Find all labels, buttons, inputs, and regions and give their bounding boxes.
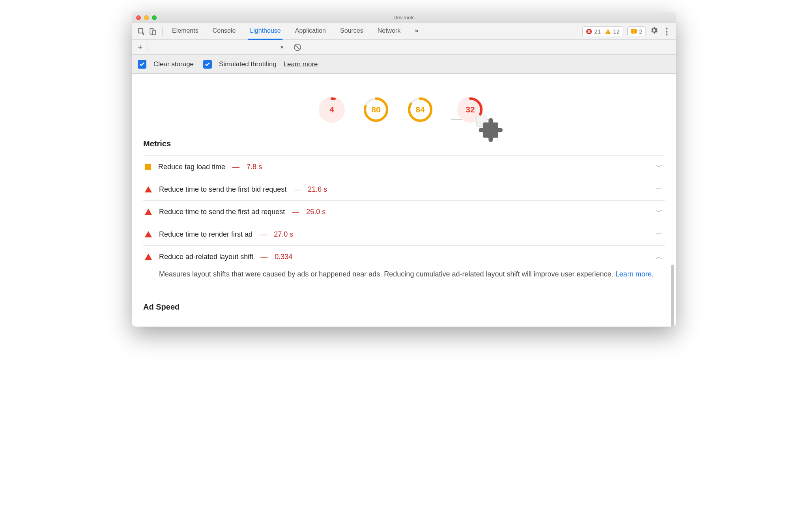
audit-item: Reduce ad-related layout shift — 0.334 ︿…: [143, 246, 665, 289]
average-icon: [145, 164, 151, 170]
dash: —: [232, 163, 239, 171]
audit-value: 21.6 s: [308, 185, 327, 194]
lighthouse-toolbar: + ▼: [132, 40, 676, 55]
chevron-down-icon[interactable]: ﹀: [655, 230, 662, 239]
titlebar: DevTools: [132, 12, 676, 23]
error-count: 21: [594, 28, 601, 35]
audit-title: Reduce ad-related layout shift: [159, 253, 253, 261]
panel-tabs: Elements Console Lighthouse Application …: [170, 23, 420, 40]
audit-title: Reduce tag load time: [158, 163, 225, 171]
audit-value: 27.0 s: [274, 230, 293, 239]
audit-title: Reduce time to render first ad: [159, 230, 252, 239]
more-icon[interactable]: ⋮: [662, 26, 671, 37]
audit-item: Reduce time to render first ad — 27.0 s …: [143, 223, 665, 246]
tab-console[interactable]: Console: [211, 23, 238, 40]
check-icon: [139, 61, 145, 67]
audit-value: 0.334: [275, 253, 292, 261]
lighthouse-report: 4 80 84 32 Metrics Reduce ta: [132, 74, 676, 327]
svg-rect-3: [608, 30, 608, 32]
svg-line-9: [295, 45, 299, 49]
audit-item: Reduce time to send the first ad request…: [143, 201, 665, 223]
dash: —: [292, 208, 299, 216]
issue-icon: [631, 28, 637, 35]
ad-speed-heading: Ad Speed: [132, 289, 676, 319]
main-toolbar: Elements Console Lighthouse Application …: [132, 23, 676, 40]
audit-description: Measures layout shifts that were caused …: [145, 261, 662, 282]
score-gauge-3[interactable]: 32: [457, 97, 483, 123]
audit-value: 26.0 s: [306, 208, 325, 216]
score-gauges: 4 80 84 32: [132, 85, 676, 137]
toolbar-right: 21 12 2 ⋮: [582, 26, 671, 37]
audit-row[interactable]: Reduce time to render first ad — 27.0 s …: [145, 230, 662, 239]
new-report-icon[interactable]: +: [138, 42, 143, 52]
audit-title: Reduce time to send the first ad request: [159, 208, 285, 216]
report-dropdown-icon[interactable]: ▼: [280, 45, 284, 50]
fail-icon: [145, 186, 152, 192]
fail-icon: [145, 254, 152, 260]
dash: —: [260, 230, 267, 239]
window-title: DevTools: [132, 15, 676, 21]
audit-row[interactable]: Reduce time to send the first bid reques…: [145, 185, 662, 194]
warning-count: 12: [613, 28, 620, 35]
simulated-throttling-label: Simulated throttling: [219, 60, 277, 68]
fail-icon: [145, 209, 152, 215]
audit-item: Reduce time to send the first bid reques…: [143, 178, 665, 201]
chevron-up-icon[interactable]: ︿: [655, 252, 662, 261]
divider: [162, 27, 163, 36]
svg-rect-1: [153, 30, 156, 35]
learn-more-link[interactable]: Learn more: [615, 270, 652, 278]
score-gauge-2[interactable]: 84: [407, 97, 433, 123]
svg-rect-6: [634, 30, 634, 32]
check-icon: [204, 61, 211, 67]
dash: —: [294, 185, 301, 194]
fail-icon: [145, 231, 152, 237]
dash: —: [260, 253, 267, 261]
tab-lighthouse[interactable]: Lighthouse: [248, 23, 282, 40]
audit-list: Reduce tag load time — 7.8 s ﹀ Reduce ti…: [143, 155, 665, 289]
devtools-window: DevTools Elements Console Lighthouse App…: [132, 12, 676, 327]
score-gauge-0[interactable]: 4: [319, 97, 345, 123]
metrics-heading: Metrics: [132, 137, 676, 155]
chevron-down-icon[interactable]: ﹀: [655, 207, 662, 217]
audit-title: Reduce time to send the first bid reques…: [159, 185, 286, 194]
learn-more-link[interactable]: Learn more: [284, 60, 318, 68]
tab-application[interactable]: Application: [294, 23, 327, 40]
issues-count[interactable]: 2: [627, 26, 646, 36]
warning-icon: [605, 28, 611, 35]
tab-sources[interactable]: Sources: [339, 23, 365, 40]
tabs-overflow-icon[interactable]: »: [413, 23, 420, 40]
lighthouse-options: Clear storage Simulated throttling Learn…: [132, 55, 676, 74]
settings-icon[interactable]: [650, 26, 658, 37]
clear-icon[interactable]: [293, 43, 302, 52]
scrollbar[interactable]: [671, 265, 674, 327]
audit-value: 7.8 s: [247, 163, 262, 171]
chevron-down-icon[interactable]: ﹀: [655, 185, 662, 194]
svg-rect-7: [634, 32, 634, 33]
audit-row[interactable]: Reduce time to send the first ad request…: [145, 207, 662, 217]
clear-storage-label: Clear storage: [153, 60, 194, 68]
divider: [148, 42, 148, 52]
device-toggle-icon[interactable]: [149, 27, 157, 36]
plugin-icon: [476, 116, 487, 127]
inspect-icon[interactable]: [137, 27, 146, 36]
clear-storage-checkbox[interactable]: [138, 60, 146, 69]
audit-item: Reduce tag load time — 7.8 s ﹀: [143, 156, 665, 178]
chevron-down-icon[interactable]: ﹀: [655, 162, 662, 172]
console-counts[interactable]: 21 12: [582, 26, 623, 36]
svg-rect-4: [608, 33, 608, 34]
tab-elements[interactable]: Elements: [170, 23, 200, 40]
score-gauge-1[interactable]: 80: [363, 97, 389, 123]
error-icon: [586, 28, 592, 35]
tab-network[interactable]: Network: [376, 23, 402, 40]
audit-row[interactable]: Reduce tag load time — 7.8 s ﹀: [145, 162, 662, 172]
simulated-throttling-checkbox[interactable]: [203, 60, 212, 69]
audit-row[interactable]: Reduce ad-related layout shift — 0.334 ︿: [145, 252, 662, 261]
